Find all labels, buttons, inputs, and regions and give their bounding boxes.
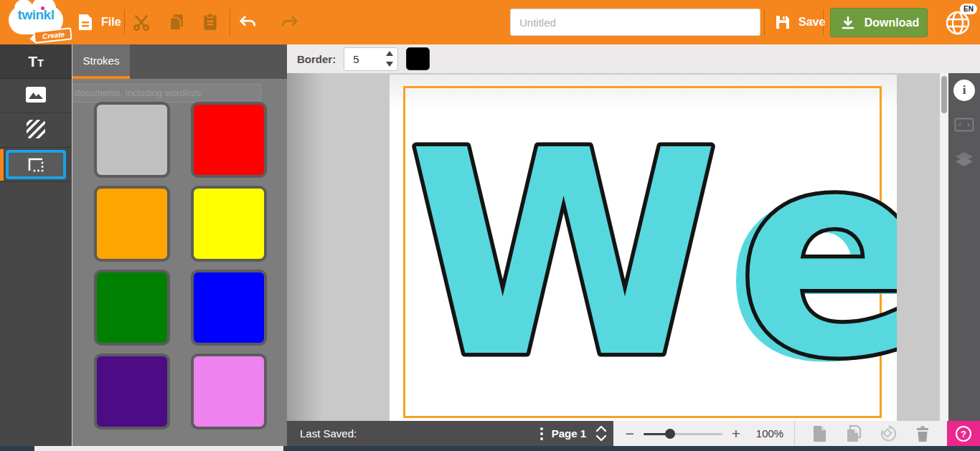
document-page[interactable]: e We xyxy=(390,75,897,421)
previous-page-button[interactable] xyxy=(593,424,609,434)
zoom-slider[interactable] xyxy=(644,429,722,439)
triangle-down-icon xyxy=(386,62,393,67)
help-button[interactable]: ? xyxy=(947,421,980,446)
sidebar-item-text[interactable]: TT xyxy=(0,44,72,79)
swatch-green[interactable] xyxy=(94,270,170,346)
border-options-toolbar: Border: xyxy=(287,44,980,73)
page-actions xyxy=(795,424,947,443)
swatch-violet[interactable] xyxy=(191,353,267,429)
duplicate-page-button[interactable] xyxy=(844,424,863,443)
swatch-silver[interactable] xyxy=(94,102,170,178)
strokes-panel: Strokes documents, including wordlists xyxy=(72,44,287,446)
right-sidebar: i xyxy=(948,73,980,421)
bottom-toolbar: Last Saved: Page 1 − xyxy=(287,421,980,446)
download-button[interactable]: Download xyxy=(830,8,928,37)
zoom-out-button[interactable]: − xyxy=(619,425,641,442)
border-width-field xyxy=(344,47,398,71)
next-page-button[interactable] xyxy=(593,434,609,443)
selected-tool-indicator xyxy=(0,149,4,181)
page-status-section: Last Saved: Page 1 xyxy=(287,421,613,446)
swatch-yellow[interactable] xyxy=(191,186,267,262)
document-title-input[interactable] xyxy=(510,9,760,36)
redo-icon xyxy=(280,13,298,32)
expand-icon xyxy=(954,118,974,132)
zoom-in-button[interactable]: + xyxy=(725,425,747,442)
spinner-down-button[interactable] xyxy=(382,59,397,70)
duplicate-page-icon xyxy=(845,425,862,442)
language-badge: EN xyxy=(960,4,977,14)
fit-to-screen-button[interactable] xyxy=(948,108,980,142)
sidebar-item-patterns[interactable] xyxy=(0,113,72,148)
slider-knob[interactable] xyxy=(665,429,675,439)
clipboard-paste-icon xyxy=(201,13,220,32)
kebab-icon xyxy=(540,427,543,430)
save-button[interactable]: Save xyxy=(773,0,825,44)
download-label: Download xyxy=(864,16,919,29)
bubble-letters-graphic[interactable]: e We xyxy=(390,75,897,421)
brand-name: twinkl xyxy=(7,7,65,23)
spinner-up-button[interactable] xyxy=(382,48,397,60)
border-label: Border: xyxy=(297,53,336,65)
add-page-button[interactable] xyxy=(810,424,829,443)
language-button[interactable]: EN xyxy=(944,9,976,37)
top-toolbar: twinkl Create File xyxy=(0,0,980,44)
reset-rotation-button[interactable] xyxy=(879,424,897,443)
tool-sidebar: TT xyxy=(0,44,72,446)
swatch-blue[interactable] xyxy=(191,270,267,346)
border-stroke-icon xyxy=(26,157,46,173)
scissors-icon xyxy=(132,13,151,32)
stroke-color-swatches xyxy=(94,102,267,429)
zoom-and-page-tools-section: − + 100% xyxy=(613,421,980,446)
page-navigation xyxy=(593,424,609,443)
last-saved-label: Last Saved: xyxy=(300,427,357,440)
scrollbar-thumb[interactable] xyxy=(941,76,947,113)
delete-page-button[interactable] xyxy=(913,424,932,443)
horizontal-scrollbar[interactable] xyxy=(34,446,283,451)
image-icon xyxy=(26,87,46,105)
text-tool-icon: TT xyxy=(28,53,43,70)
redo-button[interactable] xyxy=(280,0,298,44)
swatch-red[interactable] xyxy=(191,102,267,178)
copy-button[interactable] xyxy=(167,0,186,44)
undo-icon xyxy=(239,13,258,32)
copy-icon xyxy=(167,13,186,32)
file-icon xyxy=(76,13,95,32)
cut-button[interactable] xyxy=(132,0,151,44)
stripes-pattern-icon xyxy=(27,120,45,141)
file-button[interactable]: File xyxy=(76,0,121,44)
twinkl-create-app: twinkl Create File xyxy=(0,0,980,451)
triangle-up-icon xyxy=(386,51,393,56)
new-page-icon xyxy=(811,425,827,442)
trash-icon xyxy=(915,425,930,442)
save-icon xyxy=(773,13,792,32)
svg-text:?: ? xyxy=(961,428,966,439)
download-icon xyxy=(839,14,857,32)
window-bottom-edge xyxy=(0,446,980,451)
undo-button[interactable] xyxy=(239,0,258,44)
toolbar-separator xyxy=(230,9,230,35)
chevron-up-icon xyxy=(595,425,607,432)
page-indicator: Page 1 xyxy=(552,427,586,440)
canvas-vertical-scrollbar[interactable] xyxy=(940,73,948,421)
page-menu-button[interactable] xyxy=(533,427,550,440)
canvas-area[interactable]: e We xyxy=(287,73,940,421)
question-mark-icon: ? xyxy=(955,425,972,442)
bubble-text[interactable]: We xyxy=(407,90,897,419)
panel-tab-row: Strokes xyxy=(72,44,288,79)
tab-strokes[interactable]: Strokes xyxy=(72,44,130,79)
selected-tool-outline xyxy=(6,150,66,179)
toolbar-separator xyxy=(124,9,125,35)
border-color-swatch[interactable] xyxy=(406,47,430,70)
twinkl-logo[interactable]: twinkl Create xyxy=(7,1,69,43)
info-button[interactable]: i xyxy=(948,73,980,108)
layers-icon xyxy=(955,151,974,167)
swatch-purple[interactable] xyxy=(94,353,170,429)
file-label: File xyxy=(101,16,121,29)
paste-button[interactable] xyxy=(201,0,220,44)
border-width-input[interactable] xyxy=(344,48,382,70)
swatch-orange[interactable] xyxy=(94,186,170,262)
layers-button[interactable] xyxy=(948,142,980,176)
save-label: Save xyxy=(798,16,825,29)
sidebar-item-images[interactable] xyxy=(0,79,72,113)
sidebar-item-strokes[interactable] xyxy=(0,148,72,182)
